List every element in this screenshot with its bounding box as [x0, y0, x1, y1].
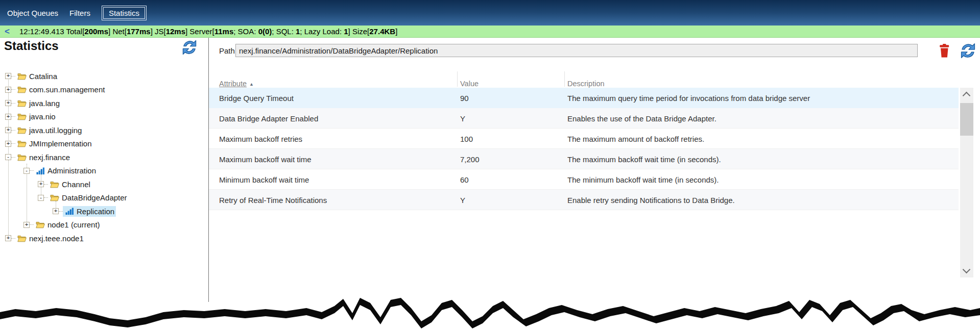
timing-segment: 200ms [84, 27, 108, 36]
timing-segment: 177ms [127, 27, 151, 36]
cell-value: 90 [460, 88, 469, 108]
table-row[interactable]: Minimum backoff wait time60The minimum b… [209, 169, 959, 190]
collapse-icon[interactable]: - [5, 154, 11, 160]
cell-attribute: Maximum backoff wait time [219, 149, 312, 169]
timing-segment: ; Lazy Load: [300, 27, 344, 36]
cell-value: 7,200 [460, 149, 480, 169]
tree-item-jmimplementation[interactable]: +JMImplementation [5, 137, 93, 151]
tree-item-nexj-teee-node1[interactable]: +nexj.teee.node1 [5, 232, 85, 245]
timing-segment: 27.4KB [369, 27, 395, 36]
folder-icon [17, 72, 27, 80]
bar-chart-icon [35, 167, 45, 175]
tree-item-nexj-finance[interactable]: -nexj.finance [5, 150, 71, 164]
timing-segment: ] Size[ [348, 27, 370, 36]
statistics-detail-panel: Path Attribute▲ Value Description Bridge… [209, 38, 980, 302]
tree-item-label[interactable]: Catalina [29, 72, 57, 81]
cell-description: The maximum amount of backoff retries. [567, 129, 704, 149]
tree-connector [11, 238, 15, 239]
cell-description: Enables the use of the Data Bridge Adapt… [567, 108, 716, 129]
tree-item-java-util-logging[interactable]: +java.util.logging [5, 123, 83, 137]
tree-item-label[interactable]: java.nio [29, 112, 56, 121]
tree-connector [11, 157, 15, 158]
chevron-left-icon[interactable]: < [5, 26, 10, 37]
expand-icon[interactable]: + [5, 127, 11, 133]
cell-attribute: Retry of Real-Time Notifications [219, 190, 327, 210]
column-divider [457, 71, 458, 87]
column-header-attribute[interactable]: Attribute▲ [219, 80, 254, 88]
expand-icon[interactable]: + [5, 73, 11, 79]
cell-attribute: Data Bridge Adapter Enabled [219, 108, 318, 129]
tree-item-databridgeadapter[interactable]: -DataBridgeAdapter [38, 191, 129, 205]
expand-icon[interactable]: + [5, 141, 11, 147]
tree-item-label[interactable]: JMImplementation [29, 139, 92, 148]
request-status-bar: < 12:12:49.413 Total[200ms] Net[177ms] J… [0, 26, 980, 38]
cell-attribute: Maximum backoff retries [219, 129, 302, 149]
column-header-value[interactable]: Value [460, 80, 479, 88]
tree-connector [11, 103, 15, 104]
tree-item-java-nio[interactable]: +java.nio [5, 110, 57, 124]
tab-filters[interactable]: Filters [69, 9, 90, 17]
cell-description: The minimum backoff wait time (in second… [567, 169, 719, 190]
tree-connector [11, 89, 15, 90]
table-row[interactable]: Data Bridge Adapter EnabledYEnables the … [209, 108, 959, 129]
table-row[interactable]: Maximum backoff wait time7,200The maximu… [209, 149, 959, 169]
tree-item-label[interactable]: com.sun.management [29, 85, 105, 94]
expand-icon[interactable]: + [23, 222, 30, 228]
bar-chart-icon [64, 207, 75, 215]
torn-edge [0, 286, 980, 331]
tree-item-label[interactable]: DataBridgeAdapter [62, 193, 127, 202]
tree-item-label[interactable]: Replication [77, 207, 114, 216]
tab-statistics[interactable]: Statistics [102, 6, 147, 20]
timing-segment: 12ms [166, 27, 185, 36]
tree-connector [30, 170, 34, 171]
tree-connector [30, 224, 34, 225]
tree-item-node1-current-[interactable]: +node1 (current) [23, 218, 102, 232]
tree-connector [44, 184, 48, 185]
refresh-icon[interactable] [959, 42, 977, 60]
expand-icon[interactable]: + [5, 235, 11, 241]
tree-item-label[interactable]: nexj.finance [29, 153, 70, 162]
tree-item-label[interactable]: java.util.logging [29, 126, 82, 135]
timing-segment: 11ms [214, 27, 234, 36]
scrollbar-thumb[interactable] [960, 103, 973, 136]
tree-item-replication[interactable]: +Replication [53, 205, 116, 218]
timing-segment: 12:12:49.413 Total[ [19, 27, 84, 36]
tab-object-queues[interactable]: Object Queues [7, 9, 58, 17]
tree-item-label[interactable]: Channel [62, 180, 90, 189]
expand-icon[interactable]: + [5, 100, 11, 106]
column-header-description[interactable]: Description [567, 80, 605, 88]
request-timing-text: 12:12:49.413 Total[200ms] Net[177ms] JS[… [19, 26, 397, 37]
collapse-icon[interactable]: - [23, 168, 30, 174]
tree-item-channel[interactable]: +Channel [38, 177, 92, 191]
timing-segment: ; SOA: [233, 27, 258, 36]
tree-item-administration[interactable]: -Administration [23, 164, 98, 178]
table-row[interactable]: Retry of Real-Time NotificationsYEnable … [209, 190, 959, 210]
expand-icon[interactable]: + [53, 208, 59, 214]
folder-icon [17, 113, 27, 121]
path-input[interactable] [235, 44, 918, 57]
expand-icon[interactable]: + [38, 181, 44, 187]
chevron-up-icon[interactable] [963, 92, 971, 100]
chevron-down-icon[interactable] [963, 266, 971, 274]
expand-icon[interactable]: + [5, 87, 11, 93]
tree-item-label[interactable]: java.lang [29, 99, 60, 108]
tree-item-com-sun-management[interactable]: +com.sun.management [5, 83, 106, 97]
cell-description: Enable retry sending Notifications to Da… [567, 190, 735, 210]
tree-item-catalina[interactable]: +Catalina [5, 69, 59, 83]
tree-item-label[interactable]: nexj.teee.node1 [29, 234, 84, 243]
tree-item-label[interactable]: Administration [47, 166, 96, 175]
table-row[interactable]: Bridge Query Timeout90The maximum query … [209, 88, 959, 108]
collapse-icon[interactable]: - [38, 195, 44, 201]
table-scrollbar[interactable] [960, 88, 973, 277]
trash-icon[interactable] [938, 43, 950, 58]
expand-icon[interactable]: + [5, 114, 11, 120]
timing-segment: 0(0) [258, 27, 272, 36]
cell-attribute: Bridge Query Timeout [219, 88, 294, 108]
tree-item-java-lang[interactable]: +java.lang [5, 96, 61, 110]
folder-icon [17, 234, 27, 242]
table-row[interactable]: Maximum backoff retries100The maximum am… [209, 129, 959, 149]
cell-value: Y [460, 190, 465, 210]
tree-item-label[interactable]: node1 (current) [47, 220, 100, 229]
folder-icon [50, 194, 60, 202]
cell-description: The maximum backoff wait time (in second… [567, 149, 721, 169]
